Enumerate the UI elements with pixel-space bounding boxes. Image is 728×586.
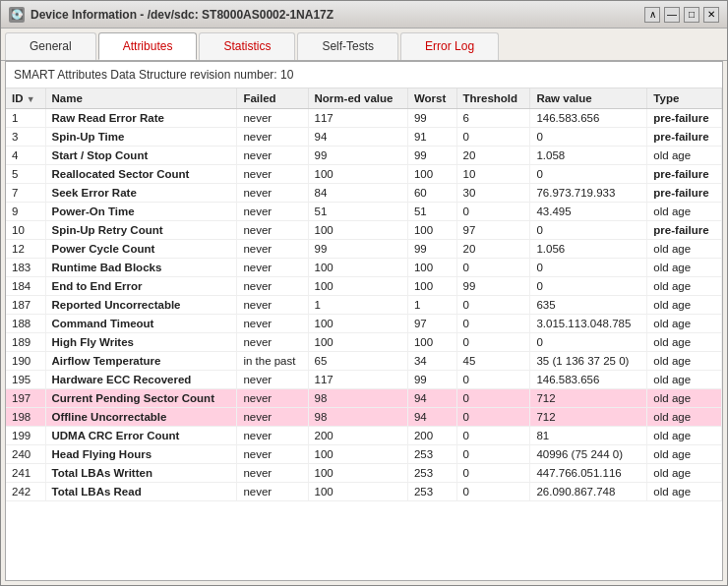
cell-name: Spin-Up Retry Count	[45, 221, 237, 240]
cell-norm: 100	[308, 277, 407, 296]
cell-failed: never	[237, 240, 308, 259]
cell-name: End to End Error	[45, 277, 237, 296]
tab-error-log[interactable]: Error Log	[400, 32, 499, 60]
cell-name: Airflow Temperature	[45, 352, 237, 371]
window-controls: ∧ — □ ✕	[644, 7, 719, 23]
tab-general[interactable]: General	[5, 32, 96, 60]
tab-statistics[interactable]: Statistics	[199, 32, 295, 60]
cell-id: 195	[6, 371, 45, 389]
table-body: 1Raw Read Error Ratenever117996146.583.6…	[6, 109, 722, 501]
cell-type: old age	[647, 464, 722, 483]
cell-threshold: 10	[456, 165, 530, 184]
cell-name: Raw Read Error Rate	[45, 109, 237, 128]
cell-type: pre-failure	[647, 128, 722, 146]
cell-id: 9	[6, 203, 45, 221]
cell-worst: 100	[407, 333, 456, 352]
cell-id: 183	[6, 259, 45, 277]
cell-threshold: 0	[456, 483, 530, 501]
cell-name: Total LBAs Read	[45, 483, 237, 501]
cell-failed: never	[237, 259, 308, 277]
cell-threshold: 0	[456, 408, 530, 427]
table-row: 197Current Pending Sector Countnever9894…	[6, 389, 722, 408]
cell-worst: 94	[407, 389, 456, 408]
main-window: 💽 Device Information - /dev/sdc: ST8000A…	[0, 0, 728, 586]
tab-attributes[interactable]: Attributes	[98, 32, 198, 60]
cell-threshold: 0	[456, 203, 530, 221]
cell-norm: 100	[308, 333, 407, 352]
cell-worst: 100	[407, 165, 456, 184]
cell-raw: 0	[530, 259, 647, 277]
cell-id: 190	[6, 352, 45, 371]
maximize-button[interactable]: □	[684, 7, 699, 23]
cell-raw: 76.973.719.933	[530, 184, 647, 203]
cell-type: old age	[647, 483, 722, 501]
cell-worst: 100	[407, 259, 456, 277]
cell-name: Start / Stop Count	[45, 146, 237, 165]
cell-threshold: 0	[456, 259, 530, 277]
cell-failed: never	[237, 184, 308, 203]
unmaximize-button[interactable]: —	[664, 7, 680, 23]
cell-failed: in the past	[237, 352, 308, 371]
cell-worst: 99	[407, 146, 456, 165]
minimize-button[interactable]: ∧	[644, 7, 660, 23]
title-bar: 💽 Device Information - /dev/sdc: ST8000A…	[1, 1, 727, 29]
attributes-table-container[interactable]: ID ▼ Name Failed Norm-ed value Worst Thr…	[6, 88, 722, 580]
cell-threshold: 0	[456, 315, 530, 333]
cell-raw: 81	[530, 427, 647, 445]
cell-raw: 1.056	[530, 240, 647, 259]
cell-name: Reported Uncorrectable	[45, 296, 237, 315]
cell-norm: 84	[308, 184, 407, 203]
cell-raw: 712	[530, 389, 647, 408]
cell-raw: 1.058	[530, 146, 647, 165]
cell-norm: 65	[308, 352, 407, 371]
cell-raw: 35 (1 136 37 25 0)	[530, 352, 647, 371]
cell-failed: never	[237, 203, 308, 221]
cell-failed: never	[237, 389, 308, 408]
cell-failed: never	[237, 408, 308, 427]
cell-type: old age	[647, 203, 722, 221]
cell-worst: 200	[407, 427, 456, 445]
cell-id: 5	[6, 165, 45, 184]
cell-name: Offline Uncorrectable	[45, 408, 237, 427]
cell-raw: 3.015.113.048.785	[530, 315, 647, 333]
tab-self-tests[interactable]: Self-Tests	[297, 32, 398, 60]
cell-norm: 100	[308, 221, 407, 240]
cell-failed: never	[237, 315, 308, 333]
cell-type: old age	[647, 371, 722, 389]
cell-id: 7	[6, 184, 45, 203]
cell-failed: never	[237, 165, 308, 184]
cell-worst: 100	[407, 277, 456, 296]
cell-worst: 1	[407, 296, 456, 315]
cell-type: old age	[647, 333, 722, 352]
cell-id: 10	[6, 221, 45, 240]
cell-threshold: 20	[456, 146, 530, 165]
cell-type: pre-failure	[647, 221, 722, 240]
cell-worst: 51	[407, 203, 456, 221]
smart-revision-header: SMART Attributes Data Structure revision…	[6, 62, 722, 88]
tab-bar: General Attributes Statistics Self-Tests…	[1, 29, 727, 61]
cell-id: 198	[6, 408, 45, 427]
cell-id: 187	[6, 296, 45, 315]
window-title: Device Information - /dev/sdc: ST8000AS0…	[30, 8, 334, 22]
cell-type: pre-failure	[647, 184, 722, 203]
cell-threshold: 97	[456, 221, 530, 240]
cell-threshold: 45	[456, 352, 530, 371]
table-row: 183Runtime Bad Blocksnever10010000old ag…	[6, 259, 722, 277]
cell-worst: 99	[407, 371, 456, 389]
cell-failed: never	[237, 483, 308, 501]
cell-norm: 98	[308, 389, 407, 408]
table-row: 242Total LBAs Readnever100253026.090.867…	[6, 483, 722, 501]
col-id: ID ▼	[6, 88, 45, 109]
cell-failed: never	[237, 371, 308, 389]
title-bar-left: 💽 Device Information - /dev/sdc: ST8000A…	[9, 7, 334, 23]
cell-type: old age	[647, 352, 722, 371]
close-button[interactable]: ✕	[703, 7, 719, 23]
cell-worst: 94	[407, 408, 456, 427]
table-header-row: ID ▼ Name Failed Norm-ed value Worst Thr…	[6, 88, 722, 109]
cell-threshold: 0	[456, 445, 530, 464]
cell-worst: 99	[407, 240, 456, 259]
cell-worst: 100	[407, 221, 456, 240]
cell-worst: 91	[407, 128, 456, 146]
col-raw: Raw value	[530, 88, 647, 109]
cell-raw: 712	[530, 408, 647, 427]
